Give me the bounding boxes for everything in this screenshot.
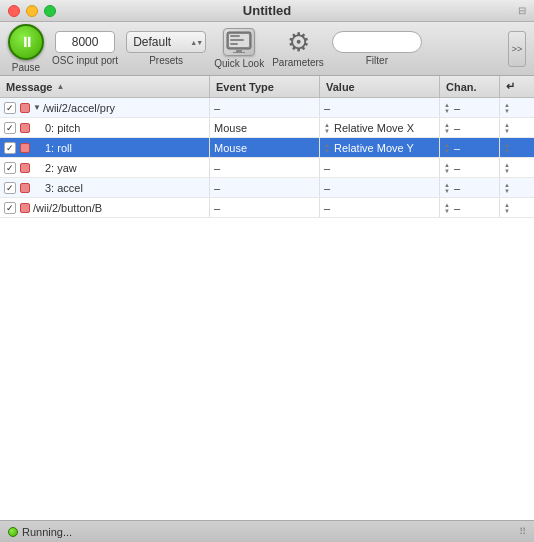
osc-port-label: OSC input port <box>52 55 118 66</box>
search-input[interactable] <box>332 31 422 53</box>
close-button[interactable] <box>8 5 20 17</box>
cell-event-type: Mouse <box>210 118 320 137</box>
presets-group: Default Presets <box>126 31 206 66</box>
value-text: Relative Move Y <box>334 142 414 154</box>
end-stepper[interactable]: ▲▼ <box>504 102 510 114</box>
end-stepper[interactable]: ▲▼ <box>504 142 510 154</box>
filter-group: 🔍 Filter <box>332 31 422 66</box>
cell-event-type: – <box>210 98 320 117</box>
pause-icon: ⏸ <box>20 34 33 50</box>
row-checkbox[interactable] <box>4 182 16 194</box>
svg-rect-4 <box>230 43 238 45</box>
row-color-swatch <box>20 123 30 133</box>
row-color-swatch <box>20 183 30 193</box>
parameters-group[interactable]: ⚙ Parameters <box>272 29 324 68</box>
table-row[interactable]: ▼/wii/2/accel/pry––▲▼–▲▼ <box>0 98 534 118</box>
table-row[interactable]: 0: pitchMouse▲▼Relative Move X▲▼–▲▼ <box>0 118 534 138</box>
stepper-down[interactable]: ▼ <box>324 148 330 154</box>
row-checkbox[interactable] <box>4 102 16 114</box>
message-text: /wii/2/accel/pry <box>43 102 115 114</box>
cell-chan: ▲▼– <box>440 98 500 117</box>
chan-stepper-down[interactable]: ▼ <box>444 128 450 134</box>
end-stepper[interactable]: ▲▼ <box>504 122 510 134</box>
quick-look-icon <box>223 28 255 56</box>
overflow-button[interactable]: >> <box>508 31 526 67</box>
message-text: 3: accel <box>33 182 83 194</box>
window-title: Untitled <box>243 3 291 18</box>
svg-rect-6 <box>233 52 245 53</box>
chan-text: – <box>454 142 460 154</box>
row-checkbox[interactable] <box>4 162 16 174</box>
stepper-down[interactable]: ▼ <box>324 128 330 134</box>
table-row[interactable]: 1: rollMouse▲▼Relative Move Y▲▼–▲▼ <box>0 138 534 158</box>
chan-stepper-down[interactable]: ▼ <box>444 148 450 154</box>
th-value: Value <box>320 76 440 97</box>
pause-button[interactable]: ⏸ <box>8 24 44 60</box>
minimize-button[interactable] <box>26 5 38 17</box>
cell-message: 3: accel <box>0 178 210 197</box>
message-text: 2: yaw <box>33 162 77 174</box>
th-value-label: Value <box>326 81 355 93</box>
th-chan-label: Chan. <box>446 81 477 93</box>
end-stepper[interactable]: ▲▼ <box>504 182 510 194</box>
row-color-swatch <box>20 203 30 213</box>
cell-event-type: Mouse <box>210 138 320 157</box>
chan-stepper-down[interactable]: ▼ <box>444 108 450 114</box>
cell-chan: ▲▼– <box>440 198 500 217</box>
table-row[interactable]: /wii/2/button/B––▲▼–▲▼ <box>0 198 534 218</box>
svg-rect-2 <box>230 35 240 37</box>
row-color-swatch <box>20 143 30 153</box>
chan-stepper-down[interactable]: ▼ <box>444 188 450 194</box>
osc-port-group: OSC input port <box>52 31 118 66</box>
preset-select-wrapper: Default <box>126 31 206 53</box>
toolbar: ⏸ Pause OSC input port Default Presets <box>0 22 534 76</box>
cell-value: – <box>320 158 440 177</box>
end-stepper[interactable]: ▲▼ <box>504 162 510 174</box>
presets-label: Presets <box>149 55 183 66</box>
chan-text: – <box>454 202 460 214</box>
window-controls <box>8 5 56 17</box>
quick-look-label: Quick Look <box>214 58 264 69</box>
cell-message: 0: pitch <box>0 118 210 137</box>
maximize-button[interactable] <box>44 5 56 17</box>
chan-text: – <box>454 162 460 174</box>
row-checkbox[interactable] <box>4 142 16 154</box>
table-header: Message ▲ Event Type Value Chan. ↵ <box>0 76 534 98</box>
preset-select[interactable]: Default <box>126 31 206 53</box>
cell-end: ▲▼ <box>500 178 520 197</box>
row-checkbox[interactable] <box>4 122 16 134</box>
quick-look-group[interactable]: Quick Look <box>214 28 264 69</box>
cell-chan: ▲▼– <box>440 158 500 177</box>
status-bar: Running... ⠿ <box>0 520 534 542</box>
title-bar: Untitled ⊟ <box>0 0 534 22</box>
resize-grip[interactable]: ⠿ <box>519 526 526 537</box>
resize-icon: ⊟ <box>518 5 526 16</box>
cell-message: /wii/2/button/B <box>0 198 210 217</box>
end-stepper[interactable]: ▲▼ <box>504 202 510 214</box>
osc-port-input[interactable] <box>55 31 115 53</box>
cell-end: ▲▼ <box>500 138 520 157</box>
cell-event-type: – <box>210 158 320 177</box>
status-text: Running... <box>8 526 72 538</box>
value-text: – <box>324 162 330 174</box>
search-row: 🔍 <box>332 31 422 53</box>
table-row[interactable]: 2: yaw––▲▼–▲▼ <box>0 158 534 178</box>
table-row[interactable]: 3: accel––▲▼–▲▼ <box>0 178 534 198</box>
chan-stepper-down[interactable]: ▼ <box>444 168 450 174</box>
cell-event-type: – <box>210 178 320 197</box>
th-message: Message ▲ <box>0 76 210 97</box>
cell-message: 1: roll <box>0 138 210 157</box>
cell-end: ▲▼ <box>500 118 520 137</box>
cell-value: – <box>320 178 440 197</box>
quick-look-svg <box>226 31 252 53</box>
chan-stepper-down[interactable]: ▼ <box>444 208 450 214</box>
row-checkbox[interactable] <box>4 202 16 214</box>
svg-rect-5 <box>236 50 242 52</box>
table-body: ▼/wii/2/accel/pry––▲▼–▲▼0: pitchMouse▲▼R… <box>0 98 534 520</box>
row-color-swatch <box>20 163 30 173</box>
value-text: Relative Move X <box>334 122 414 134</box>
chan-text: – <box>454 102 460 114</box>
cell-message: 2: yaw <box>0 158 210 177</box>
tree-triangle[interactable]: ▼ <box>33 103 41 112</box>
cell-value: ▲▼Relative Move X <box>320 118 440 137</box>
